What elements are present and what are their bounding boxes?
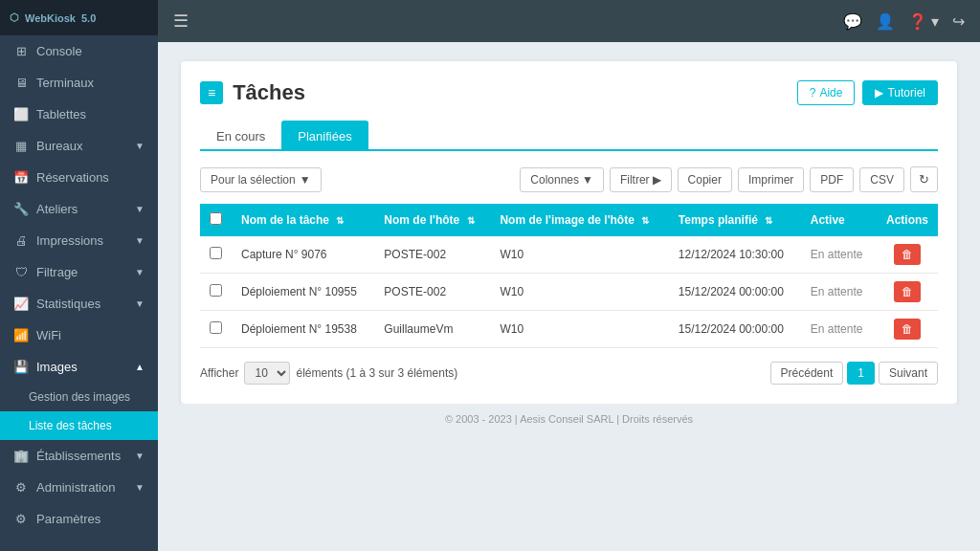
th-active[interactable]: Active [801, 204, 877, 236]
row-checkbox-cell [200, 274, 232, 311]
pagination-controls: Précédent 1 Suivant [770, 362, 938, 385]
sidebar-item-filtrage[interactable]: 🛡 Filtrage ▼ [0, 256, 158, 288]
sidebar-item-wifi[interactable]: 📶 WiFi [0, 320, 158, 351]
bureaux-icon: ▦ [13, 139, 29, 153]
cell-active: En attente [801, 236, 877, 274]
delete-button-1[interactable]: 🗑 [894, 281, 921, 302]
brand-icon: ⬡ [10, 11, 19, 24]
page-title-icon: ≡ [200, 81, 223, 104]
sidebar-item-console[interactable]: ⊞ Console [0, 35, 158, 67]
page-actions: ? Aide ▶ Tutoriel [797, 80, 938, 105]
help-icon[interactable]: ❓ ▾ [908, 12, 939, 31]
sidebar-item-impressions[interactable]: 🖨 Impressions ▼ [0, 225, 158, 256]
hamburger-button[interactable]: ☰ [173, 11, 189, 32]
row-checkbox-2[interactable] [210, 321, 222, 334]
delete-button-0[interactable]: 🗑 [894, 244, 921, 265]
cell-nom-hote: GuillaumeVm [374, 311, 490, 348]
th-checkbox [200, 204, 232, 236]
filtrer-button[interactable]: Filtrer ▶ [610, 167, 672, 192]
th-nom-tache[interactable]: Nom de la tâche ⇅ [232, 204, 374, 236]
sidebar-label-tablettes: Tablettes [36, 107, 86, 121]
page-title: ≡ Tâches [200, 80, 305, 105]
aide-icon: ? [810, 86, 816, 99]
toolbar: Pour la sélection ▼ Colonnes ▼ Filtrer ▶… [200, 166, 938, 192]
sidebar-item-tablettes[interactable]: ⬜ Tablettes [0, 99, 158, 130]
sidebar-label-etablissements: Établissements [36, 449, 121, 463]
th-nom-image[interactable]: Nom de l'image de l'hôte ⇅ [490, 204, 668, 236]
tabs: En cours Planifiées [200, 121, 938, 151]
colonnes-arrow-icon: ▼ [582, 173, 593, 187]
topbar: ☰ 💬 👤 ❓ ▾ ↪ [158, 0, 980, 42]
pagination-row: Afficher 10 25 50 éléments (1 à 3 sur 3 … [200, 362, 938, 385]
sidebar-label-wifi: WiFi [36, 328, 61, 342]
tablettes-icon: ⬜ [13, 107, 29, 121]
chat-icon[interactable]: 💬 [843, 12, 862, 31]
bureaux-arrow: ▼ [135, 141, 145, 151]
sidebar-sub-item-liste-taches[interactable]: Liste des tâches [0, 411, 158, 440]
sidebar-item-administration[interactable]: ⚙ Administration ▼ [0, 472, 158, 503]
main-area: ☰ 💬 👤 ❓ ▾ ↪ ≡ Tâches ? Aide [158, 0, 980, 551]
sidebar-item-statistiques[interactable]: 📈 Statistiques ▼ [0, 288, 158, 320]
suivant-button[interactable]: Suivant [879, 362, 938, 385]
sidebar-item-etablissements[interactable]: 🏢 Établissements ▼ [0, 440, 158, 472]
tasks-table: Nom de la tâche ⇅ Nom de l'hôte ⇅ Nom de… [200, 204, 938, 348]
cell-actions: 🗑 [877, 311, 938, 348]
row-checkbox-1[interactable] [210, 284, 222, 297]
sidebar-brand: ⬡ WebKiosk 5.0 [0, 0, 158, 35]
sidebar-item-bureaux[interactable]: ▦ Bureaux ▼ [0, 130, 158, 162]
cell-nom-tache: Capture N° 9076 [232, 236, 374, 274]
th-nom-hote[interactable]: Nom de l'hôte ⇅ [374, 204, 490, 236]
page-1-button[interactable]: 1 [847, 362, 875, 385]
refresh-button[interactable]: ↻ [910, 166, 938, 192]
statistiques-arrow: ▼ [135, 298, 145, 309]
pdf-button[interactable]: PDF [810, 167, 854, 192]
cell-temps-planifie: 15/12/2024 00:00:00 [669, 311, 801, 348]
impressions-arrow: ▼ [135, 235, 145, 246]
tab-en-cours[interactable]: En cours [200, 121, 281, 151]
page-title-text: Tâches [233, 80, 305, 105]
sidebar-label-administration: Administration [36, 480, 115, 495]
sidebar-item-images[interactable]: 💾 Images ▲ [0, 351, 158, 383]
tutoriel-button[interactable]: ▶ Tutoriel [862, 80, 938, 105]
csv-button[interactable]: CSV [859, 167, 904, 192]
sidebar-item-parametres[interactable]: ⚙ Paramètres [0, 503, 158, 535]
sidebar-sub-item-gestion-images[interactable]: Gestion des images [0, 383, 158, 411]
user-icon[interactable]: 👤 [876, 12, 895, 31]
sidebar-item-terminaux[interactable]: 🖥 Terminaux [0, 67, 158, 99]
main-card: ≡ Tâches ? Aide ▶ Tutoriel En [181, 61, 957, 404]
sidebar-label-images: Images [36, 360, 78, 374]
cell-actions: 🗑 [877, 274, 938, 311]
row-checkbox-cell [200, 236, 232, 274]
cell-active: En attente [801, 274, 877, 311]
select-all-checkbox[interactable] [210, 212, 222, 225]
filtrage-arrow: ▼ [135, 267, 145, 277]
copier-button[interactable]: Copier [678, 167, 732, 192]
sidebar-label-console: Console [36, 44, 82, 58]
table-row: Déploiement N° 19538 GuillaumeVm W10 15/… [200, 311, 938, 348]
aide-button[interactable]: ? Aide [797, 80, 856, 105]
sidebar-item-reservations[interactable]: 📅 Réservations [0, 162, 158, 193]
parametres-icon: ⚙ [13, 512, 29, 526]
page-size-select[interactable]: 10 25 50 [244, 362, 290, 385]
ateliers-icon: 🔧 [13, 202, 29, 216]
delete-button-2[interactable]: 🗑 [894, 319, 921, 340]
imprimer-button[interactable]: Imprimer [738, 167, 804, 192]
sidebar-label-terminaux: Terminaux [36, 76, 94, 90]
tab-planifiees[interactable]: Planifiées [281, 121, 368, 151]
th-actions: Actions [877, 204, 938, 236]
administration-icon: ⚙ [13, 480, 29, 495]
precedent-button[interactable]: Précédent [770, 362, 844, 385]
reservations-icon: 📅 [13, 170, 29, 185]
content-area: ≡ Tâches ? Aide ▶ Tutoriel En [158, 42, 980, 551]
sidebar-item-ateliers[interactable]: 🔧 Ateliers ▼ [0, 193, 158, 225]
row-checkbox-0[interactable] [210, 247, 222, 259]
selection-button[interactable]: Pour la sélection ▼ [200, 167, 322, 192]
impressions-icon: 🖨 [13, 233, 29, 248]
administration-arrow: ▼ [135, 482, 145, 493]
images-arrow: ▲ [135, 362, 145, 372]
colonnes-button[interactable]: Colonnes ▼ [520, 167, 604, 192]
th-temps-planifie[interactable]: Temps planifié ⇅ [669, 204, 801, 236]
cell-nom-tache: Déploiement N° 10955 [232, 274, 374, 311]
console-icon: ⊞ [13, 44, 29, 58]
logout-icon[interactable]: ↪ [952, 12, 965, 31]
